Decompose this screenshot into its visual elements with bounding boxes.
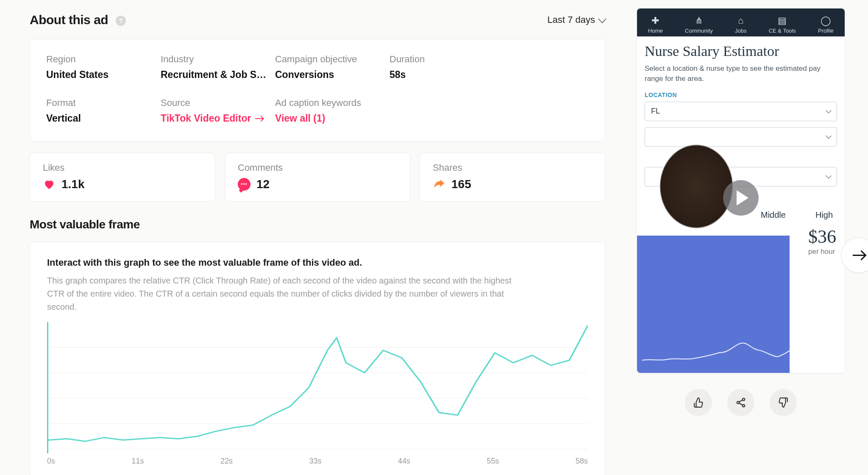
share-button[interactable]: [727, 389, 754, 416]
about-title: About this ad ?: [30, 13, 126, 27]
shares-card: Shares 165: [420, 153, 605, 202]
thumbs-down-button[interactable]: [770, 389, 797, 416]
objective-value: Conversions: [275, 69, 381, 81]
play-button[interactable]: [723, 180, 759, 216]
per-hour-label: per hour: [808, 247, 836, 256]
share-icon: [433, 178, 445, 191]
date-range-label: Last 7 days: [547, 14, 595, 25]
nav-ce-tools[interactable]: ▤CE & Tools: [769, 16, 796, 34]
graph-card: Interact with this graph to see the most…: [30, 242, 605, 475]
nav-jobs[interactable]: ⌂Jobs: [735, 16, 746, 34]
objective-label: Campaign objective: [275, 54, 389, 65]
chart-tick: 58s: [576, 457, 588, 466]
mvf-title: Most valuable frame: [30, 218, 605, 231]
high-salary-value: $36: [808, 226, 836, 247]
timeline-sparkline[interactable]: [642, 332, 840, 366]
chart-tick: 0s: [47, 457, 55, 466]
location-value: FL: [651, 107, 660, 116]
svg-point-5: [743, 398, 745, 400]
tier-high: High: [815, 210, 833, 220]
comment-icon: [238, 178, 250, 191]
app-nav: ✚Home ⋔Community ⌂Jobs ▤CE & Tools ◯Prof…: [637, 8, 845, 36]
shares-value: 165: [451, 178, 471, 191]
comments-value: 12: [256, 178, 270, 191]
tier-middle: Middle: [761, 210, 786, 220]
shares-label: Shares: [433, 162, 592, 173]
plus-icon: ✚: [650, 16, 660, 26]
svg-point-6: [737, 401, 739, 403]
video-title: Nurse Salary Estimator: [645, 43, 837, 59]
chart-tick: 44s: [398, 457, 410, 466]
region-value: United States: [46, 69, 152, 81]
salary-readout: Middle High $36 per hour: [761, 210, 836, 256]
chart-tick: 55s: [487, 457, 499, 466]
region-label: Region: [46, 54, 161, 65]
comments-card: Comments 12: [225, 153, 410, 202]
heart-icon: [43, 178, 56, 191]
graph-heading: Interact with this graph to see the most…: [47, 257, 588, 268]
tools-icon: ▤: [777, 16, 787, 26]
keywords-link[interactable]: View all (1): [275, 113, 325, 124]
chart-tick: 11s: [131, 457, 144, 466]
nav-home[interactable]: ✚Home: [648, 16, 663, 34]
location-label: LOCATION: [645, 92, 837, 98]
help-icon[interactable]: ?: [116, 16, 126, 26]
location-select[interactable]: FL: [645, 102, 837, 121]
comments-label: Comments: [238, 162, 397, 173]
date-range-dropdown[interactable]: Last 7 days: [547, 14, 605, 25]
likes-value: 1.1k: [61, 178, 85, 191]
chevron-down-icon: [826, 173, 832, 179]
video-subtitle: Select a location & nurse type to see th…: [645, 64, 837, 84]
chart-tick: 33s: [309, 457, 321, 466]
chevron-down-icon: [826, 133, 832, 139]
thumbs-up-button[interactable]: [685, 389, 712, 416]
chart-x-ticks: 0s11s22s33s44s55s58s: [47, 457, 588, 466]
chart-tick: 22s: [220, 457, 233, 466]
likes-label: Likes: [43, 162, 202, 173]
next-ad-button[interactable]: [841, 237, 868, 273]
jobs-icon: ⌂: [736, 16, 746, 26]
community-icon: ⋔: [694, 16, 704, 26]
ad-info-card: Region United States Industry Recruitmen…: [30, 39, 605, 142]
chevron-down-icon: [826, 108, 832, 114]
format-label: Format: [46, 97, 161, 108]
source-label: Source: [161, 97, 275, 108]
industry-value: Recruitment & Job Searc...: [161, 69, 267, 81]
arrow-right-icon: [255, 118, 263, 119]
ctr-chart[interactable]: [47, 322, 588, 453]
video-preview: ✚Home ⋔Community ⌂Jobs ▤CE & Tools ◯Prof…: [637, 8, 845, 373]
profile-icon: ◯: [821, 16, 831, 26]
industry-label: Industry: [161, 54, 275, 65]
chevron-down-icon: [598, 15, 606, 23]
format-value: Vertical: [46, 113, 152, 124]
graph-description: This graph compares the relative CTR (Cl…: [47, 274, 513, 314]
source-link[interactable]: TikTok Video Editor: [161, 113, 263, 124]
arrow-right-icon: [853, 255, 865, 256]
duration-label: Duration: [389, 54, 589, 65]
nav-profile[interactable]: ◯Profile: [818, 16, 834, 34]
nav-community[interactable]: ⋔Community: [685, 16, 713, 34]
keywords-label: Ad caption keywords: [275, 97, 389, 108]
duration-value: 58s: [389, 69, 495, 81]
likes-card: Likes 1.1k: [30, 153, 215, 202]
svg-point-7: [743, 405, 745, 407]
